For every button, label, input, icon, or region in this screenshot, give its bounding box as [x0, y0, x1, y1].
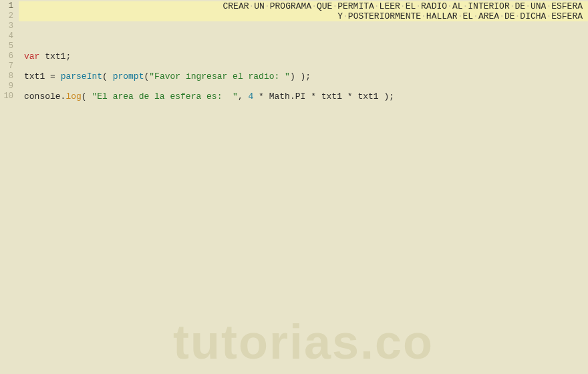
- code-line-9[interactable]: [19, 81, 588, 91]
- string-literal: "Favor ingresar el radio: ": [149, 71, 290, 81]
- code-line-5[interactable]: [19, 41, 588, 51]
- line-number: 3: [3, 21, 13, 31]
- code-line-1[interactable]: CREAR·UN·PROGRAMA·QUE·PERMITA·LEER·EL·RA…: [19, 1, 588, 11]
- identifier: txt1: [45, 51, 65, 61]
- line-number: 6: [3, 51, 13, 61]
- code-line-10[interactable]: console.log( "El area de la esfera es: "…: [19, 91, 588, 102]
- method-log: log: [65, 91, 81, 102]
- identifier: txt1: [357, 91, 378, 102]
- code-line-2[interactable]: Y·POSTERIORMENTE·HALLAR·EL·AREA·DE·DICHA…: [19, 11, 588, 21]
- paren-close-semi: );: [379, 91, 394, 102]
- string-literal: "El area de la esfera es: ": [92, 91, 237, 102]
- comma: ,: [238, 91, 249, 102]
- function-prompt: prompt: [113, 71, 144, 81]
- object-math: Math: [269, 91, 290, 102]
- identifier: txt1: [321, 91, 342, 102]
- line-number: 1: [3, 1, 13, 11]
- paren-close-semi: );: [295, 71, 311, 81]
- line-number: 8: [3, 71, 13, 81]
- operator-mul: *: [253, 91, 269, 102]
- watermark-text: tutorias.co: [173, 337, 434, 347]
- operator-mul: *: [342, 91, 357, 102]
- object-console: console: [24, 91, 61, 102]
- code-content-area[interactable]: CREAR·UN·PROGRAMA·QUE·PERMITA·LEER·EL·RA…: [19, 0, 588, 374]
- property-pi: PI: [295, 91, 306, 102]
- code-editor[interactable]: 1 2 3 4 5 6 7 8 9 10 CREAR·UN·PROGRAMA·Q…: [0, 0, 588, 374]
- line-number: 10: [3, 91, 13, 102]
- code-line-3[interactable]: [19, 21, 588, 31]
- operator-assign: =: [45, 71, 60, 81]
- dot-operator: .: [290, 91, 295, 102]
- line-number: 5: [3, 41, 13, 51]
- code-line-7[interactable]: [19, 61, 588, 71]
- operator-mul: *: [305, 91, 321, 102]
- builtin-parseInt: parseInt: [61, 71, 102, 81]
- code-line-6[interactable]: var txt1;: [19, 51, 588, 61]
- line-number: 7: [3, 61, 13, 71]
- line-number: 2: [3, 11, 13, 21]
- keyword-var: var: [24, 51, 39, 61]
- code-line-4[interactable]: [19, 31, 588, 41]
- code-line-8[interactable]: txt1 = parseInt( prompt("Favor ingresar …: [19, 71, 588, 81]
- semicolon: ;: [65, 51, 71, 61]
- line-number: 4: [3, 31, 13, 41]
- paren-open: (: [102, 71, 113, 81]
- comment-text: CREAR·UN·PROGRAMA·QUE·PERMITA·LEER·EL·RA…: [223, 1, 583, 11]
- comment-text: Y·POSTERIORMENTE·HALLAR·EL·AREA·DE·DICHA…: [337, 11, 583, 21]
- paren-open: (: [82, 91, 92, 102]
- line-number: 9: [3, 81, 13, 91]
- line-number-gutter: 1 2 3 4 5 6 7 8 9 10: [0, 0, 19, 374]
- paren-close: ): [290, 71, 295, 81]
- identifier: txt1: [24, 71, 45, 81]
